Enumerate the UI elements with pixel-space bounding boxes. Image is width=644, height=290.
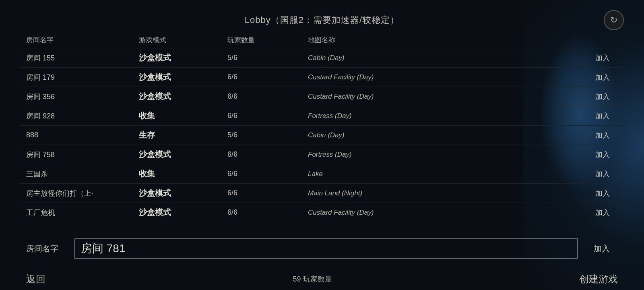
join-button-row-1[interactable]: 加入 <box>570 72 618 82</box>
table-row: 三国杀 收集 6/6 Lake 加入 <box>20 164 624 184</box>
players-cell: 6/6 <box>227 92 308 101</box>
col-header-players: 玩家数量 <box>227 35 308 45</box>
table-row: 888 生存 5/6 Cabin (Day) 加入 <box>20 126 624 145</box>
map-name-cell: Lake <box>308 170 570 178</box>
map-name-cell: Custard Facility (Day) <box>308 93 570 101</box>
join-button-row-7[interactable]: 加入 <box>570 188 618 198</box>
game-mode-cell: 生存 <box>139 130 227 141</box>
map-name-cell: Custard Facility (Day) <box>308 209 570 217</box>
room-name-cell: 房间 179 <box>26 72 139 82</box>
table-row: 房主放怪你们打（上· 沙盒模式 6/6 Main Land (Night) 加入 <box>20 184 624 203</box>
players-cell: 6/6 <box>227 73 308 81</box>
room-name-cell: 三国杀 <box>26 169 139 179</box>
map-name-cell: Main Land (Night) <box>308 189 570 197</box>
table-row: 房间 179 沙盒模式 6/6 Custard Facility (Day) 加… <box>20 68 624 87</box>
table-row: 房间 928 收集 6/6 Fortress (Day) 加入 <box>20 106 624 126</box>
player-count: 59 玩家数量 <box>293 274 332 284</box>
room-input-section: 房间名字 加入 <box>20 234 624 263</box>
room-name-cell: 888 <box>26 131 139 139</box>
header-section: Lobby（国服2：需要加速器/较稳定） ↻ <box>20 8 624 30</box>
room-name-cell: 房主放怪你们打（上· <box>26 188 139 198</box>
players-cell: 6/6 <box>227 189 308 197</box>
refresh-button[interactable]: ↻ <box>604 10 624 30</box>
table-row: 房间 356 沙盒模式 6/6 Custard Facility (Day) 加… <box>20 87 624 106</box>
join-button-row-4[interactable]: 加入 <box>570 130 618 140</box>
join-button-row-2[interactable]: 加入 <box>570 92 618 102</box>
create-game-button[interactable]: 创建游戏 <box>579 273 618 286</box>
players-cell: 6/6 <box>227 112 308 120</box>
players-cell: 5/6 <box>227 54 308 62</box>
players-cell: 6/6 <box>227 208 308 217</box>
input-join-button[interactable]: 加入 <box>586 240 618 257</box>
lobby-title: Lobby（国服2：需要加速器/较稳定） <box>245 14 399 26</box>
map-name-cell: Cabin (Day) <box>308 131 570 139</box>
room-name-input[interactable] <box>74 238 578 259</box>
map-name-cell: Fortress (Day) <box>308 151 570 159</box>
players-cell: 6/6 <box>227 170 308 178</box>
game-mode-cell: 沙盒模式 <box>139 72 227 83</box>
room-name-cell: 房间 356 <box>26 92 139 102</box>
table-row: 房间 758 沙盒模式 6/6 Fortress (Day) 加入 <box>20 145 624 164</box>
col-header-room-name: 房间名字 <box>26 35 139 45</box>
join-button-row-5[interactable]: 加入 <box>570 150 618 160</box>
join-button-row-3[interactable]: 加入 <box>570 111 618 121</box>
join-button-row-8[interactable]: 加入 <box>570 208 618 218</box>
back-button[interactable]: 返回 <box>26 273 45 286</box>
room-name-cell: 房间 155 <box>26 53 139 63</box>
table-header-row: 房间名字 游戏模式 玩家数量 地图名称 <box>20 32 624 48</box>
players-cell: 5/6 <box>227 131 308 139</box>
map-name-cell: Custard Facility (Day) <box>308 73 570 81</box>
game-mode-cell: 沙盒模式 <box>139 188 227 199</box>
game-mode-cell: 沙盒模式 <box>139 207 227 218</box>
room-table: 房间名字 游戏模式 玩家数量 地图名称 房间 155 沙盒模式 5/6 Cabi… <box>20 32 624 222</box>
col-header-join <box>570 35 618 45</box>
game-mode-cell: 沙盒模式 <box>139 52 227 63</box>
players-cell: 6/6 <box>227 150 308 159</box>
game-mode-cell: 沙盒模式 <box>139 149 227 160</box>
col-header-game-mode: 游戏模式 <box>139 35 227 45</box>
table-rows-container: 房间 155 沙盒模式 5/6 Cabin (Day) 加入 房间 179 沙盒… <box>20 48 624 222</box>
join-button-row-0[interactable]: 加入 <box>570 53 618 63</box>
map-name-cell: Fortress (Day) <box>308 112 570 120</box>
table-row: 工厂危机 沙盒模式 6/6 Custard Facility (Day) 加入 <box>20 203 624 222</box>
room-name-cell: 工厂危机 <box>26 208 139 218</box>
table-row: 房间 155 沙盒模式 5/6 Cabin (Day) 加入 <box>20 48 624 68</box>
join-button-row-6[interactable]: 加入 <box>570 169 618 179</box>
col-header-map-name: 地图名称 <box>308 35 570 45</box>
footer-section: 返回 59 玩家数量 创建游戏 <box>20 267 624 290</box>
map-name-cell: Cabin (Day) <box>308 54 570 62</box>
game-mode-cell: 收集 <box>139 168 227 179</box>
game-mode-cell: 沙盒模式 <box>139 91 227 102</box>
game-mode-cell: 收集 <box>139 110 227 121</box>
room-name-cell: 房间 758 <box>26 150 139 160</box>
input-label: 房间名字 <box>26 243 66 254</box>
room-name-cell: 房间 928 <box>26 111 139 121</box>
